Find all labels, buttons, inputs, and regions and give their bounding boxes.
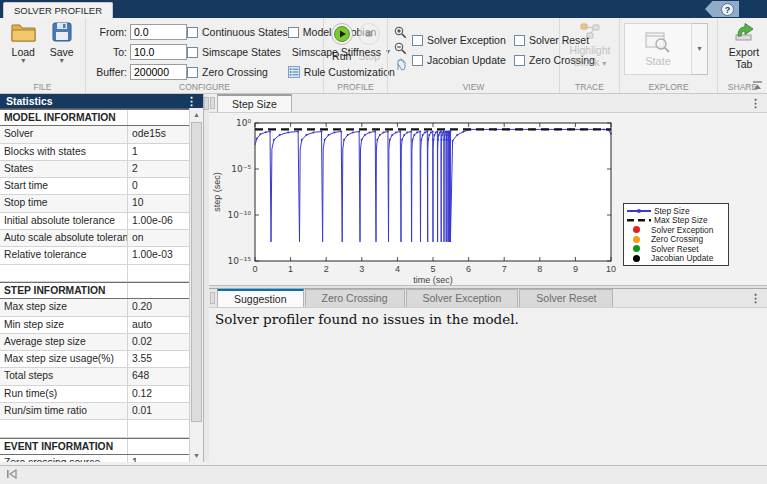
jacobian-update-checkbox[interactable]: Jacobian Update xyxy=(412,50,514,70)
stats-label: Start time xyxy=(0,178,128,194)
state-gallery-button[interactable]: State xyxy=(624,23,692,75)
stats-row[interactable]: Relative tolerance1.00e-03 xyxy=(0,247,190,264)
stats-section-row[interactable]: EVENT INFORMATION xyxy=(0,438,190,455)
from-input[interactable] xyxy=(130,24,187,40)
stats-value: 1.00e-06 xyxy=(128,213,190,229)
tab-step-size[interactable]: Step Size xyxy=(217,94,292,112)
stats-label: MODEL INFORMATION xyxy=(0,110,128,125)
stats-row[interactable] xyxy=(0,265,190,282)
stats-value: 1 xyxy=(128,455,190,462)
to-input[interactable] xyxy=(130,44,187,60)
go-to-start-icon[interactable] xyxy=(6,469,18,481)
titlebar: SOLVER PROFILER ? xyxy=(0,0,767,18)
svg-text:10⁻⁵: 10⁻⁵ xyxy=(231,164,251,174)
state-gallery-dropdown[interactable]: ▾ xyxy=(692,23,708,75)
stats-value: 1 xyxy=(128,144,190,160)
statistics-title: Statistics xyxy=(6,95,53,107)
chevron-down-icon: ▾ xyxy=(697,46,701,52)
issues-menu-icon[interactable]: ⋮ xyxy=(750,291,761,305)
issues-pane: SuggestionZero CrossingSolver ExceptionS… xyxy=(209,288,767,465)
stats-row[interactable]: Run/sim time ratio0.01 xyxy=(0,403,190,420)
to-label: To: xyxy=(90,46,127,58)
step-size-pane: Step Size ⋮ 01234567891010⁰10⁻⁵10⁻¹⁰10⁻¹… xyxy=(209,94,767,285)
stats-row[interactable]: Zero crossing source1 xyxy=(0,455,190,462)
stats-label: Run/sim time ratio xyxy=(0,403,128,419)
legend-dot-swatch xyxy=(633,236,640,243)
statistics-scrollbar[interactable]: ▲ ▼ xyxy=(189,108,203,462)
collapse-ribbon-icon[interactable] xyxy=(751,80,764,91)
zoom-in-icon[interactable] xyxy=(392,24,408,40)
solver-exception-checkbox[interactable]: Solver Exception xyxy=(412,30,514,50)
stats-section-row[interactable]: MODEL INFORMATION xyxy=(0,109,190,126)
stats-row[interactable]: Total steps648 xyxy=(0,368,190,385)
issues-tab-solver-exception[interactable]: Solver Exception xyxy=(406,289,519,307)
stats-row[interactable]: Blocks with states1 xyxy=(0,144,190,161)
stats-row[interactable]: Solverode15s xyxy=(0,126,190,143)
stats-label: Max step size xyxy=(0,299,128,315)
ribbon-group-label-file: FILE xyxy=(0,82,85,92)
statistics-menu-icon[interactable]: ⋮ xyxy=(186,94,197,108)
legend-dot-swatch xyxy=(633,226,640,233)
stop-button[interactable]: Stop xyxy=(357,22,383,78)
svg-text:8: 8 xyxy=(537,264,542,274)
state-explorer-icon xyxy=(644,31,672,55)
tab-solver-profiler[interactable]: SOLVER PROFILER xyxy=(3,2,113,18)
ribbon-group-explore: State ▾ EXPLORE xyxy=(620,18,718,93)
issues-tab-solver-reset[interactable]: Solver Reset xyxy=(519,289,613,307)
stats-section-row[interactable]: STEP INFORMATION xyxy=(0,282,190,299)
scrollbar-thumb[interactable] xyxy=(191,122,202,422)
statistics-table: MODEL INFORMATIONSolverode15sBlocks with… xyxy=(0,108,190,462)
load-button[interactable]: Load ▾ xyxy=(5,22,42,78)
scroll-down-icon[interactable]: ▼ xyxy=(190,449,203,462)
zoom-out-icon[interactable] xyxy=(392,40,408,56)
issues-tab-zero-crossing[interactable]: Zero Crossing xyxy=(305,289,405,307)
export-tab-button[interactable]: Export Tab xyxy=(723,22,765,78)
zero-crossing-checkbox[interactable]: Zero Crossing xyxy=(187,62,288,82)
highlight-block-icon xyxy=(579,22,601,42)
stats-row[interactable]: Average step size0.02 xyxy=(0,334,190,351)
stats-row[interactable]: Auto scale absolute toleranceon xyxy=(0,230,190,247)
stats-value: on xyxy=(128,230,190,246)
stats-row[interactable]: Max step size usage(%)3.55 xyxy=(0,351,190,368)
legend-label: Solver Exception xyxy=(651,225,713,235)
pan-hand-icon[interactable] xyxy=(392,56,408,72)
svg-text:time (sec): time (sec) xyxy=(413,275,453,285)
step-size-menu-icon[interactable]: ⋮ xyxy=(750,96,761,110)
scroll-up-icon[interactable]: ▲ xyxy=(190,108,203,121)
save-button[interactable]: Save ▾ xyxy=(44,22,81,78)
svg-text:6: 6 xyxy=(466,264,471,274)
continuous-states-checkbox[interactable]: Continuous States xyxy=(187,22,288,42)
export-icon xyxy=(732,22,756,44)
folder-icon xyxy=(10,22,36,44)
stats-row[interactable]: Max step size0.20 xyxy=(0,299,190,316)
export-label1: Export xyxy=(729,46,759,58)
help-button[interactable]: ? xyxy=(705,1,739,17)
stats-value: 1.00e-03 xyxy=(128,247,190,263)
stats-row[interactable]: Min step sizeauto xyxy=(0,317,190,334)
highlight-block-button[interactable]: Highlight Block ▾ xyxy=(565,22,615,78)
simscape-states-checkbox[interactable]: Simscape States xyxy=(187,42,288,62)
stats-row[interactable]: Initial absolute tolerance1.00e-06 xyxy=(0,213,190,230)
stats-label: States xyxy=(0,161,128,177)
pane-grip[interactable] xyxy=(210,97,215,109)
stats-row[interactable]: Start time0 xyxy=(0,178,190,195)
help-icon: ? xyxy=(721,3,734,16)
stats-row[interactable]: Run time(s)0.12 xyxy=(0,386,190,403)
stats-row[interactable] xyxy=(0,420,190,437)
svg-text:10: 10 xyxy=(606,264,616,274)
legend-label: Jacobian Update xyxy=(651,253,713,263)
svg-text:2: 2 xyxy=(324,264,329,274)
stats-value: 648 xyxy=(128,368,190,384)
stats-value: auto xyxy=(128,317,190,333)
list-icon xyxy=(288,66,300,78)
stats-row[interactable]: Stop time10 xyxy=(0,195,190,212)
stats-row[interactable]: States2 xyxy=(0,161,190,178)
issues-tab-suggestion[interactable]: Suggestion xyxy=(217,289,304,307)
suggestion-message: Solver profiler found no issues in the m… xyxy=(209,308,767,330)
issues-tabs: SuggestionZero CrossingSolver ExceptionS… xyxy=(217,289,614,307)
buffer-input[interactable] xyxy=(130,64,187,80)
legend-dash-swatch xyxy=(627,216,651,225)
pane-grip[interactable] xyxy=(210,292,215,304)
run-button[interactable]: Run xyxy=(329,22,355,78)
svg-text:10⁰: 10⁰ xyxy=(236,118,251,128)
